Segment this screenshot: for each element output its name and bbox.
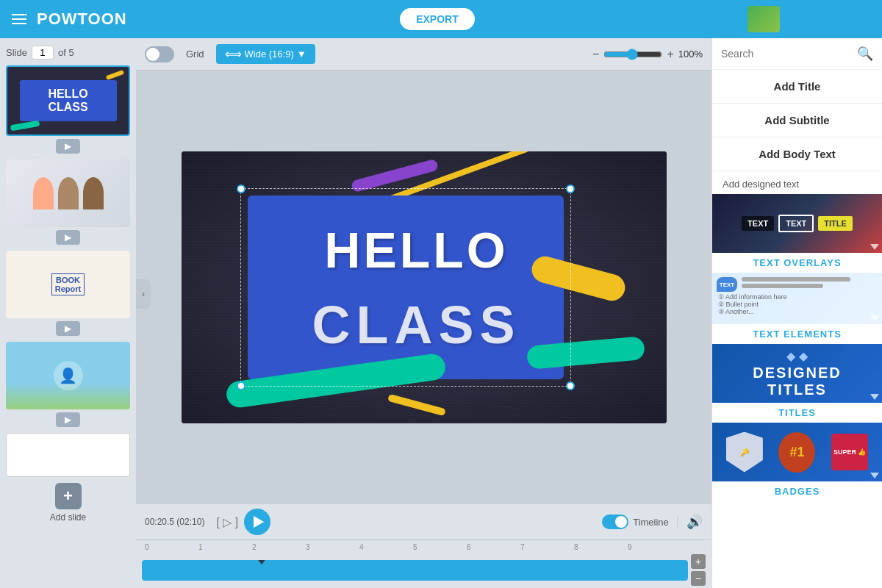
timeline-track[interactable] xyxy=(142,560,688,581)
badges-thumbnail[interactable]: 🔑 #1 SUPER 👍 xyxy=(712,423,882,481)
slide-canvas[interactable]: HELLO CLASS xyxy=(182,151,667,423)
slide-counter: Slide of 5 xyxy=(6,46,130,60)
play-arrow-icon xyxy=(254,516,264,528)
slide-1-action-button[interactable]: ▶ xyxy=(56,139,80,154)
slide-text-class[interactable]: CLASS xyxy=(262,298,571,351)
volume-button[interactable]: 🔊 xyxy=(686,514,703,530)
slide-1-shape-teal xyxy=(10,121,40,132)
right-panel: 🔍 Add Title Add Subtitle Add Body Text A… xyxy=(711,38,882,588)
elements-chevron-icon xyxy=(870,315,879,321)
add-designed-label: Add designed text xyxy=(712,171,882,194)
slide-text-hello[interactable]: HELLO xyxy=(262,225,571,275)
text-options: Add Title Add Subtitle Add Body Text xyxy=(712,70,882,171)
overlay-label-1: TEXT xyxy=(742,216,774,231)
panel-collapse-button[interactable]: › xyxy=(136,279,151,309)
ratio-chevron-icon: ▼ xyxy=(297,49,306,60)
grid-label: Grid xyxy=(186,49,204,60)
header: POWTOON EXPORT CARTOON LOOK xyxy=(0,0,882,38)
canvas-area: Grid ⟺ Wide (16:9) ▼ − + 100% xyxy=(136,38,711,588)
zoom-in-button[interactable]: + xyxy=(667,48,673,61)
slide-5-preview xyxy=(6,433,130,477)
timeline-toggle: Timeline | 🔊 xyxy=(602,514,703,530)
slide-3-content: BOOKReport xyxy=(51,273,85,295)
timeline-area: 0 1 2 3 4 5 6 7 8 9 + − xyxy=(136,539,711,588)
timeline-label: Timeline xyxy=(633,517,669,528)
timeline-buttons: + − xyxy=(691,554,706,586)
add-slide-button[interactable]: + Add slide xyxy=(6,483,130,523)
bubble-lines-1 xyxy=(742,277,878,290)
designed-diamonds: ◆ ◆ xyxy=(753,349,841,363)
timeline-remove-button[interactable]: − xyxy=(691,571,706,586)
text-overlays-thumbnail[interactable]: TEXT TEXT TITLE xyxy=(712,194,882,253)
slide-label: Slide xyxy=(6,47,27,58)
slides-panel: Slide of 5 HELLOCLASS ▶ xyxy=(0,38,136,588)
add-title-button[interactable]: Add Title xyxy=(712,70,882,104)
divider: | xyxy=(676,515,679,528)
slide-2-characters xyxy=(33,177,104,209)
text-elements-thumbnail[interactable]: TEXT ① Add information here② Bullet poin… xyxy=(712,273,882,324)
slide-1-blue-bg: HELLOCLASS xyxy=(20,80,117,121)
slide-2-action-button[interactable]: ▶ xyxy=(56,230,80,245)
char-3 xyxy=(83,177,104,209)
designed-titles-text: DESIGNEDTITLES xyxy=(753,365,841,398)
slide-1-preview: HELLOCLASS xyxy=(7,67,129,135)
timeline-mark-3: 3 xyxy=(306,543,359,551)
bracket-button[interactable]: [ ▷ ] xyxy=(216,515,238,529)
canvas-wrapper: HELLO CLASS xyxy=(136,71,711,504)
search-icon[interactable]: 🔍 xyxy=(857,46,873,62)
slide-1-text: HELLOCLASS xyxy=(48,87,87,113)
search-input[interactable] xyxy=(721,48,851,60)
line-2 xyxy=(742,284,823,288)
slide-4-preview: 👤 xyxy=(6,342,130,409)
zoom-out-button[interactable]: − xyxy=(592,48,599,61)
slide-3-preview: BOOKReport xyxy=(6,251,130,318)
zoom-slider[interactable] xyxy=(603,49,662,60)
slide-4-action-button[interactable]: ▶ xyxy=(56,412,80,427)
slide-number-input[interactable] xyxy=(32,46,54,60)
playback-bar: 00:20.5 (02:10) [ ▷ ] Timeline | 🔊 xyxy=(136,504,711,539)
add-subtitle-button[interactable]: Add Subtitle xyxy=(712,104,882,137)
ratio-button[interactable]: ⟺ Wide (16:9) ▼ xyxy=(216,44,315,64)
bubble-icon-1: TEXT xyxy=(717,277,737,292)
slide-2-preview xyxy=(6,159,130,227)
canvas-toolbar: Grid ⟺ Wide (16:9) ▼ − + 100% xyxy=(136,38,711,71)
slide-thumb-1[interactable]: HELLOCLASS xyxy=(6,65,130,136)
grid-toggle[interactable] xyxy=(145,46,174,62)
menu-button[interactable] xyxy=(12,14,26,24)
badges-label: BADGES xyxy=(712,481,882,501)
badge-ribbon: SUPER 👍 xyxy=(831,434,868,470)
slide-4-action: ▶ xyxy=(6,412,130,427)
slide-total: of 5 xyxy=(58,47,74,58)
text-elements-label: TEXT ELEMENTS xyxy=(712,324,882,344)
slide-thumb-3[interactable]: BOOKReport xyxy=(6,251,130,318)
export-button[interactable]: EXPORT xyxy=(400,8,475,30)
elem-list-text: ① Add information here② Bullet point③ An… xyxy=(717,293,878,315)
add-slide-label: Add slide xyxy=(50,512,86,523)
slide-thumb-4[interactable]: 👤 xyxy=(6,342,130,409)
timeline-switch-knob xyxy=(615,516,627,528)
time-display: 00:20.5 (02:10) xyxy=(145,517,204,527)
play-controls: [ ▷ ] xyxy=(216,509,270,535)
text-overlays-label: TEXT OVERLAYS xyxy=(712,253,882,273)
slide-1-shape-yellow xyxy=(106,70,125,80)
designed-inner: ◆ ◆ DESIGNEDTITLES xyxy=(753,349,841,398)
add-body-button[interactable]: Add Body Text xyxy=(712,137,882,171)
slide-thumb-5[interactable] xyxy=(6,433,130,477)
timeline-mark-2: 2 xyxy=(252,543,306,551)
play-button[interactable] xyxy=(244,509,270,535)
titles-label: TITLES xyxy=(712,403,882,423)
timeline-mark-9: 9 xyxy=(628,543,681,551)
timeline-ruler: 0 1 2 3 4 5 6 7 8 9 xyxy=(142,543,706,551)
theme-thumbnail xyxy=(747,6,780,32)
timeline-mark-8: 8 xyxy=(574,543,628,551)
timeline-add-button[interactable]: + xyxy=(691,554,706,569)
timeline-switch[interactable] xyxy=(602,514,628,529)
titles-thumbnail[interactable]: ◆ ◆ DESIGNEDTITLES xyxy=(712,344,882,403)
overlay-label-2: TEXT xyxy=(778,215,814,232)
slide-thumb-2[interactable] xyxy=(6,159,130,227)
theme-button[interactable]: CARTOON LOOK xyxy=(747,6,870,32)
theme-name: CARTOON LOOK xyxy=(786,13,870,25)
timeline-playhead[interactable] xyxy=(256,560,268,564)
overlay-labels-group: TEXT TEXT TITLE xyxy=(712,194,882,253)
slide-3-action-button[interactable]: ▶ xyxy=(56,321,80,336)
